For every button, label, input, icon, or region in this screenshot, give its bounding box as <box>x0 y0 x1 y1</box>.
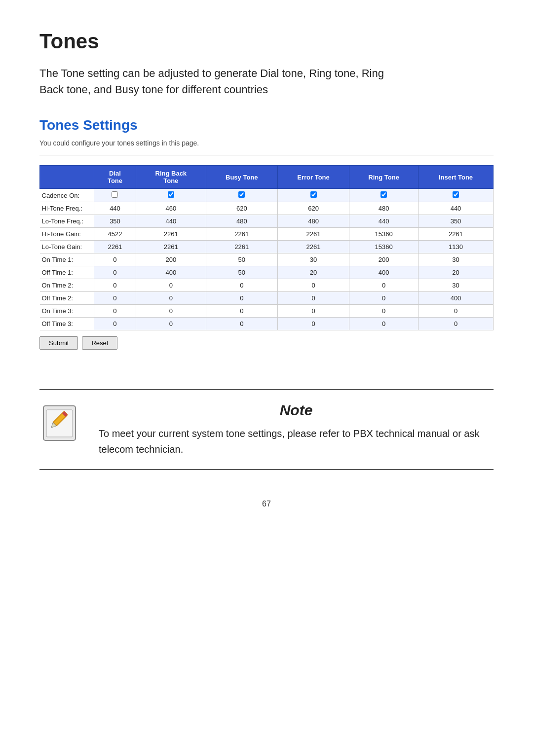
note-section: Note To meet your current system tone se… <box>39 389 494 470</box>
cadence-checkbox-checked[interactable] <box>310 191 317 198</box>
table-cell: 0 <box>277 292 349 305</box>
table-cell: 0 <box>136 305 206 318</box>
table-row: Hi-Tone Freq.:440460620620480440 <box>40 202 494 215</box>
page-title: Tones <box>39 30 494 53</box>
table-cell: 440 <box>419 202 494 215</box>
table-cell: 2261 <box>94 241 136 253</box>
table-cell: 50 <box>206 253 277 266</box>
table-cell: 350 <box>419 215 494 228</box>
table-cell: 0 <box>419 305 494 318</box>
row-label: On Time 1: <box>40 253 94 266</box>
row-label: Cadence On: <box>40 189 94 202</box>
table-cell: 0 <box>94 279 136 292</box>
table-row: Off Time 2:00000400 <box>40 292 494 305</box>
table-cell: 2261 <box>136 228 206 241</box>
table-cell: 2261 <box>206 228 277 241</box>
table-row: On Time 1:0200503020030 <box>40 253 494 266</box>
section-divider <box>39 155 494 155</box>
table-cell: 0 <box>277 318 349 330</box>
form-buttons: Submit Reset <box>39 336 494 350</box>
reset-button[interactable]: Reset <box>82 336 117 350</box>
table-cell: 0 <box>277 279 349 292</box>
table-cell: 200 <box>349 253 419 266</box>
table-cell <box>419 189 494 202</box>
row-label: On Time 2: <box>40 279 94 292</box>
note-content: Note To meet your current system tone se… <box>99 402 494 457</box>
table-cell: 0 <box>136 292 206 305</box>
table-row: Lo-Tone Gain:2261226122612261153601130 <box>40 241 494 253</box>
row-label: Hi-Tone Gain: <box>40 228 94 241</box>
table-cell: 0 <box>206 292 277 305</box>
table-row: Cadence On: <box>40 189 494 202</box>
table-cell: 400 <box>349 266 419 279</box>
table-cell: 0 <box>206 279 277 292</box>
table-cell: 0 <box>94 266 136 279</box>
table-cell: 15360 <box>349 228 419 241</box>
col-header-label <box>40 166 94 189</box>
col-header-dial-tone: DialTone <box>94 166 136 189</box>
row-label: Off Time 2: <box>40 292 94 305</box>
table-cell: 0 <box>349 318 419 330</box>
table-cell: 0 <box>94 253 136 266</box>
table-row: On Time 3:000000 <box>40 305 494 318</box>
table-row: Off Time 1:0400502040020 <box>40 266 494 279</box>
subtitle: You could configure your tones settings … <box>39 139 494 147</box>
table-cell: 20 <box>419 266 494 279</box>
table-cell: 20 <box>277 266 349 279</box>
table-cell: 620 <box>206 202 277 215</box>
note-icon <box>39 402 84 446</box>
row-label: On Time 3: <box>40 305 94 318</box>
table-cell: 2261 <box>206 241 277 253</box>
table-cell: 0 <box>206 318 277 330</box>
table-cell: 4522 <box>94 228 136 241</box>
col-header-insert-tone: Insert Tone <box>419 166 494 189</box>
table-cell <box>136 189 206 202</box>
table-cell <box>206 189 277 202</box>
col-header-ring-back-tone: Ring BackTone <box>136 166 206 189</box>
table-cell: 480 <box>349 202 419 215</box>
table-cell: 0 <box>206 305 277 318</box>
row-label: Off Time 1: <box>40 266 94 279</box>
page-number: 67 <box>39 500 494 508</box>
table-cell: 30 <box>419 279 494 292</box>
note-title: Note <box>99 402 494 419</box>
table-cell: 30 <box>419 253 494 266</box>
table-cell: 620 <box>277 202 349 215</box>
table-row: Lo-Tone Freq.:350440480480440350 <box>40 215 494 228</box>
col-header-error-tone: Error Tone <box>277 166 349 189</box>
table-cell: 0 <box>277 305 349 318</box>
table-cell <box>94 189 136 202</box>
table-cell: 15360 <box>349 241 419 253</box>
table-cell: 400 <box>419 292 494 305</box>
table-cell: 30 <box>277 253 349 266</box>
note-text: To meet your current system tone setting… <box>99 426 494 457</box>
row-label: Lo-Tone Gain: <box>40 241 94 253</box>
table-cell: 350 <box>94 215 136 228</box>
row-label: Hi-Tone Freq.: <box>40 202 94 215</box>
table-cell: 1130 <box>419 241 494 253</box>
table-cell: 0 <box>94 318 136 330</box>
table-cell: 0 <box>136 318 206 330</box>
cadence-checkbox-checked[interactable] <box>168 191 174 198</box>
table-cell: 440 <box>349 215 419 228</box>
table-cell: 480 <box>277 215 349 228</box>
row-label: Lo-Tone Freq.: <box>40 215 94 228</box>
table-cell: 460 <box>136 202 206 215</box>
table-cell: 50 <box>206 266 277 279</box>
col-header-ring-tone: Ring Tone <box>349 166 419 189</box>
table-cell: 440 <box>94 202 136 215</box>
table-cell: 0 <box>94 305 136 318</box>
cadence-checkbox-unchecked[interactable] <box>112 191 118 198</box>
table-cell: 480 <box>206 215 277 228</box>
cadence-checkbox-checked[interactable] <box>238 191 245 198</box>
cadence-checkbox-checked[interactable] <box>381 191 387 198</box>
col-header-busy-tone: Busy Tone <box>206 166 277 189</box>
table-header-row: DialTone Ring BackTone Busy Tone Error T… <box>40 166 494 189</box>
table-cell: 0 <box>136 279 206 292</box>
table-cell <box>277 189 349 202</box>
tones-table: DialTone Ring BackTone Busy Tone Error T… <box>39 165 494 330</box>
table-cell: 2261 <box>136 241 206 253</box>
cadence-checkbox-checked[interactable] <box>453 191 459 198</box>
submit-button[interactable]: Submit <box>39 336 78 350</box>
table-cell: 400 <box>136 266 206 279</box>
